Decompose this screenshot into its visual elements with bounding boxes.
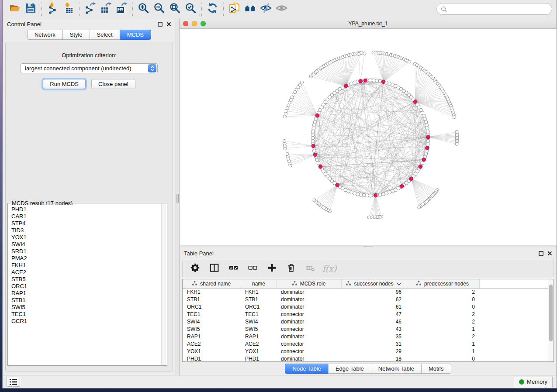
- cell-successor-nodes[interactable]: 35: [341, 333, 406, 340]
- cell-shared-name[interactable]: ORC1: [183, 303, 241, 310]
- horizontal-splitter[interactable]: [180, 245, 557, 248]
- cell-shared-name[interactable]: FKH1: [183, 288, 241, 296]
- mcds-result-item[interactable]: ACE2: [11, 269, 161, 276]
- tab-edge-table[interactable]: Edge Table: [328, 364, 371, 374]
- mcds-result-item[interactable]: PMA2: [11, 255, 161, 262]
- tab-motifs[interactable]: Motifs: [421, 364, 451, 374]
- mcds-result-item[interactable]: FKH1: [11, 262, 161, 269]
- table-row[interactable]: FKH1FKH1dominator962: [183, 288, 554, 296]
- cell-MCDS-role[interactable]: connector: [277, 310, 341, 318]
- mcds-result-item[interactable]: YOX1: [11, 234, 161, 241]
- export-table-button[interactable]: [98, 2, 114, 17]
- cell-name[interactable]: SWI4: [241, 318, 277, 325]
- first-neighbors-button[interactable]: [242, 2, 258, 17]
- zoom-out-button[interactable]: [151, 2, 167, 17]
- cell-shared-name[interactable]: SWI5: [183, 325, 241, 333]
- mcds-result-item[interactable]: STB5: [11, 276, 161, 283]
- table-row[interactable]: RAP1RAP1dominator352: [183, 333, 554, 340]
- table-scrollbar[interactable]: [548, 279, 554, 361]
- cell-predecessor-nodes[interactable]: 0: [406, 303, 479, 310]
- run-mcds-button[interactable]: Run MCDS: [43, 79, 86, 89]
- cell-shared-name[interactable]: YOX1: [183, 347, 241, 355]
- tab-node-table[interactable]: Node Table: [285, 364, 329, 374]
- tab-network[interactable]: Network: [27, 30, 63, 40]
- cell-MCDS-role[interactable]: dominator: [277, 303, 341, 310]
- import-network-button[interactable]: [45, 2, 60, 17]
- cell-name[interactable]: STB1: [241, 296, 277, 303]
- save-session-button[interactable]: [23, 2, 38, 17]
- cell-MCDS-role[interactable]: connector: [277, 325, 341, 333]
- column-header-MCDS-role[interactable]: MCDS role: [277, 279, 341, 288]
- cell-predecessor-nodes[interactable]: 2: [406, 333, 479, 340]
- cell-predecessor-nodes[interactable]: 1: [406, 347, 479, 355]
- mcds-result-item[interactable]: SWI4: [11, 241, 161, 248]
- horizontal-splitter-grip[interactable]: [363, 246, 373, 247]
- cell-predecessor-nodes[interactable]: 2: [406, 318, 479, 325]
- cell-successor-nodes[interactable]: 96: [341, 288, 406, 296]
- minimize-window-icon[interactable]: [192, 21, 197, 26]
- cell-predecessor-nodes[interactable]: 1: [406, 340, 479, 347]
- table-row[interactable]: ORC1ORC1dominator610: [183, 303, 554, 310]
- cell-MCDS-role[interactable]: dominator: [277, 333, 341, 340]
- tab-mcds[interactable]: MCDS: [120, 30, 151, 40]
- cell-successor-nodes[interactable]: 31: [341, 340, 406, 347]
- create-column-button[interactable]: [265, 262, 279, 275]
- cell-predecessor-nodes[interactable]: 0: [406, 355, 479, 362]
- cell-shared-name[interactable]: RAP1: [183, 333, 241, 340]
- column-header-predecessor-nodes[interactable]: predecessor nodes: [406, 279, 479, 288]
- cell-shared-name[interactable]: PHD1: [183, 355, 241, 362]
- zoom-selected-button[interactable]: [183, 2, 198, 17]
- clone-network-button[interactable]: [226, 2, 242, 17]
- cell-name[interactable]: RAP1: [241, 333, 277, 340]
- show-panels-button[interactable]: [7, 377, 20, 387]
- deselect-all-button[interactable]: [246, 262, 259, 275]
- cell-name[interactable]: ORC1: [241, 303, 277, 310]
- cell-shared-name[interactable]: STB1: [183, 296, 241, 303]
- open-file-button[interactable]: [7, 2, 23, 17]
- apply-layout-button[interactable]: [204, 2, 220, 17]
- cell-name[interactable]: SWI5: [241, 325, 277, 333]
- close-window-icon[interactable]: [183, 21, 188, 26]
- export-image-button[interactable]: [114, 2, 129, 17]
- column-header-shared-name[interactable]: shared name: [183, 279, 241, 288]
- import-table-button[interactable]: [60, 2, 76, 17]
- mcds-result-item[interactable]: TEC1: [11, 311, 161, 318]
- maximize-window-icon[interactable]: [201, 21, 206, 26]
- criterion-select[interactable]: largest connected component (undirected): [21, 63, 158, 73]
- cell-name[interactable]: ACE2: [241, 340, 277, 347]
- mcds-result-item[interactable]: GCR1: [11, 318, 161, 325]
- cell-successor-nodes[interactable]: 29: [341, 347, 406, 355]
- cell-MCDS-role[interactable]: dominator: [277, 296, 341, 303]
- table-row[interactable]: ACE2ACE2connector311: [183, 340, 554, 347]
- zoom-in-button[interactable]: [135, 2, 151, 17]
- mcds-result-item[interactable]: SRD1: [11, 248, 161, 255]
- cell-name[interactable]: PHD1: [241, 355, 277, 362]
- cell-successor-nodes[interactable]: 46: [341, 318, 406, 325]
- hide-graphics-details-button[interactable]: [258, 2, 273, 17]
- mcds-result-item[interactable]: STP4: [11, 220, 161, 227]
- select-all-button[interactable]: [226, 262, 240, 275]
- vertical-splitter[interactable]: [176, 18, 180, 375]
- mcds-list-scrollbar[interactable]: [161, 204, 166, 365]
- cell-shared-name[interactable]: ACE2: [183, 340, 241, 347]
- close-table-panel-icon[interactable]: [547, 251, 552, 256]
- cell-predecessor-nodes[interactable]: 2: [406, 288, 479, 296]
- close-panel-icon[interactable]: [166, 22, 171, 27]
- zoom-fit-button[interactable]: [167, 2, 183, 17]
- cell-predecessor-nodes[interactable]: 0: [406, 296, 479, 303]
- cell-MCDS-role[interactable]: connector: [277, 347, 341, 355]
- cell-predecessor-nodes[interactable]: 1: [406, 325, 479, 333]
- cell-successor-nodes[interactable]: 47: [341, 310, 406, 318]
- cell-successor-nodes[interactable]: 61: [341, 303, 406, 310]
- cell-successor-nodes[interactable]: 43: [341, 325, 406, 333]
- table-settings-button[interactable]: [188, 262, 202, 275]
- cell-shared-name[interactable]: SWI4: [183, 318, 241, 325]
- table-row[interactable]: PHD1PHD1dominator180: [183, 355, 554, 362]
- search-input[interactable]: [450, 6, 548, 12]
- float-panel-icon[interactable]: [158, 22, 163, 27]
- mcds-result-item[interactable]: STB1: [11, 297, 161, 304]
- cell-MCDS-role[interactable]: connector: [277, 340, 341, 347]
- cell-name[interactable]: TEC1: [241, 310, 277, 318]
- close-panel-button[interactable]: Close panel: [91, 79, 135, 89]
- tab-style[interactable]: Style: [62, 30, 90, 40]
